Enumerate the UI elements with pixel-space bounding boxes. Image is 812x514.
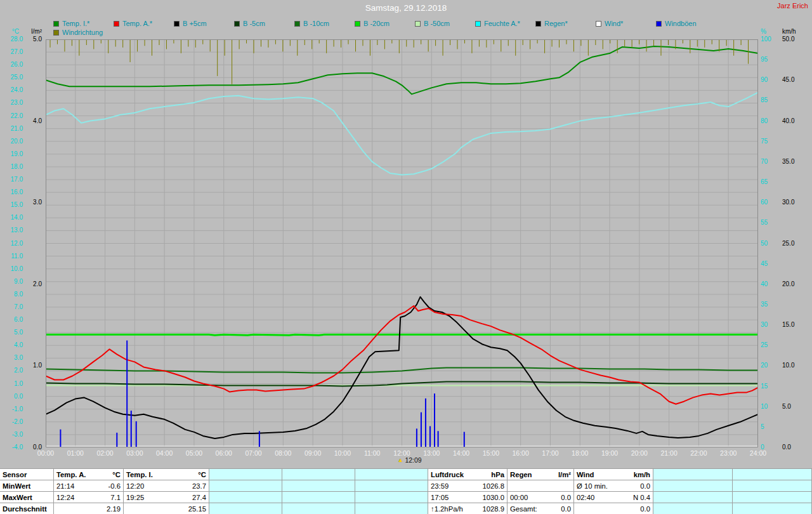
stats-cell-value: N 0.4	[633, 494, 650, 501]
wind-swatch-icon	[596, 21, 601, 27]
y-tick-temp: 5.0	[0, 329, 23, 336]
y-tick-rain: 4.0	[25, 117, 42, 125]
legend-label: B -5cm	[243, 20, 265, 27]
stats-cell-value: °C	[198, 471, 206, 478]
y-tick-temp: 13.0	[0, 227, 23, 234]
y-tick-temp: 11.0	[0, 253, 23, 260]
y-unit-rain: l/m²	[23, 28, 42, 36]
legend-label: Feuchte A.*	[484, 20, 520, 27]
stats-cell	[355, 492, 428, 503]
stats-cell-label: ↑1.2hPa/h	[431, 505, 463, 513]
y-tick-temp: -4.0	[0, 444, 23, 451]
stats-cell: 0.0	[574, 503, 653, 514]
x-tick-time: 06:00	[209, 449, 239, 457]
stats-cell: 21:14-0.6	[54, 480, 124, 492]
stats-cell-value: 2.19	[107, 505, 121, 513]
feuchte-swatch-icon	[475, 21, 481, 27]
y-tick-humidity: 35	[761, 301, 768, 308]
x-tick-time: 00:00	[30, 449, 61, 457]
stats-cell	[282, 469, 355, 480]
stats-cell: Ø 10 min.0.0	[574, 480, 653, 492]
y-tick-temp: 24.0	[0, 86, 23, 94]
stats-cell-value: 0.0	[640, 505, 650, 513]
windboeen-swatch-icon	[656, 21, 662, 27]
weather-chart-window: Samstag, 29.12.2018 Jarz Erich Temp. I.*…	[0, 0, 812, 514]
y-tick-wind: 20.0	[782, 280, 794, 288]
y-tick-wind: 40.0	[782, 117, 794, 125]
stats-cell-value: 23.7	[192, 482, 206, 490]
stats-cell: Temp. I.°C	[124, 469, 209, 480]
legend-label: Windrichtung	[62, 29, 103, 36]
y-tick-humidity: 100	[761, 36, 771, 43]
stats-cell: Windkm/h	[574, 469, 653, 480]
x-tick-time: 20:00	[624, 449, 655, 457]
x-tick-time: 08:00	[268, 449, 298, 457]
stats-cell	[355, 480, 428, 492]
x-tick-time: 11:00	[357, 449, 388, 457]
regen-swatch-icon	[535, 21, 541, 27]
y-tick-temp: 10.0	[0, 265, 23, 273]
stats-cell: MaxWert	[0, 492, 54, 503]
b_minus50-swatch-icon	[415, 21, 421, 27]
stats-cell: 2.19	[54, 503, 124, 514]
temp_a-swatch-icon	[114, 21, 119, 27]
stats-cell-value: 0.0	[640, 482, 650, 490]
stats-cell: Temp. A.°C	[54, 469, 124, 480]
x-tick-time: 07:00	[239, 449, 269, 457]
y-tick-humidity: 10	[761, 403, 768, 411]
stats-cell	[653, 503, 733, 514]
y-tick-temp: 17.0	[0, 176, 23, 183]
y-tick-humidity: 40	[761, 280, 768, 288]
stats-cell-value: 7.1	[110, 494, 121, 501]
stats-cell-value: 1028.9	[482, 505, 504, 513]
stats-cell	[653, 469, 733, 480]
y-tick-temp: -2.0	[0, 418, 23, 426]
stats-cell: MinWert	[0, 480, 54, 492]
y-tick-temp: 14.0	[0, 214, 23, 221]
stats-cell-label: 21:14	[56, 482, 74, 490]
legend-row-2: Windrichtung	[53, 29, 114, 36]
legend-item-temp_a: Temp. A.*	[114, 20, 174, 27]
stats-cell-value: 0.0	[561, 505, 571, 513]
y-tick-temp: 9.0	[0, 278, 23, 286]
b_minus20-swatch-icon	[355, 21, 360, 27]
stats-cell	[733, 480, 812, 492]
stats-cell-value: km/h	[634, 471, 650, 478]
stats-cell-label: Wind	[577, 471, 594, 478]
y-tick-wind: 15.0	[782, 321, 794, 329]
stats-cell: 19:2527.4	[124, 492, 209, 503]
stats-cell-label: Ø 10 min.	[577, 482, 608, 490]
y-tick-temp: -1.0	[0, 405, 23, 413]
stats-cell-label: Gesamt:	[510, 505, 537, 513]
stats-cell	[653, 480, 733, 492]
legend-label: Windböen	[665, 20, 697, 27]
y-unit-temp: °C	[0, 28, 19, 36]
y-tick-rain: 5.0	[25, 36, 42, 43]
stats-cell	[733, 503, 812, 514]
legend-label: B -50cm	[424, 20, 450, 27]
marker-arrow-icon: ▲	[398, 457, 403, 463]
y-tick-humidity: 65	[761, 178, 768, 186]
y-tick-temp: 27.0	[0, 48, 23, 56]
stats-cell-label: 17:05	[431, 494, 449, 501]
legend-label: B -10cm	[303, 20, 329, 27]
stats-cell-value: l/m²	[558, 471, 571, 478]
y-tick-temp: -3.0	[0, 431, 23, 438]
x-tick-time: 03:00	[119, 449, 150, 457]
stats-cell-value: -0.6	[108, 482, 121, 490]
y-tick-temp: 3.0	[0, 354, 23, 362]
stats-cell	[282, 503, 355, 514]
x-tick-time: 21:00	[654, 449, 684, 457]
x-tick-time: 23:00	[713, 449, 743, 457]
y-tick-temp: 2.0	[0, 367, 23, 374]
y-tick-wind: 30.0	[782, 199, 794, 206]
x-tick-time: 22:00	[683, 449, 714, 457]
y-tick-rain: 3.0	[25, 199, 42, 206]
y-tick-humidity: 70	[761, 158, 768, 166]
legend-label: Temp. A.*	[122, 20, 152, 27]
stats-cell	[653, 492, 733, 503]
stats-cell: 12:2023.7	[124, 480, 209, 492]
x-tick-time: 15:00	[476, 449, 506, 457]
y-tick-wind: 25.0	[782, 240, 794, 247]
stats-table: SensorTemp. A.°CTemp. I.°CLuftdruckhPaRe…	[0, 468, 812, 514]
